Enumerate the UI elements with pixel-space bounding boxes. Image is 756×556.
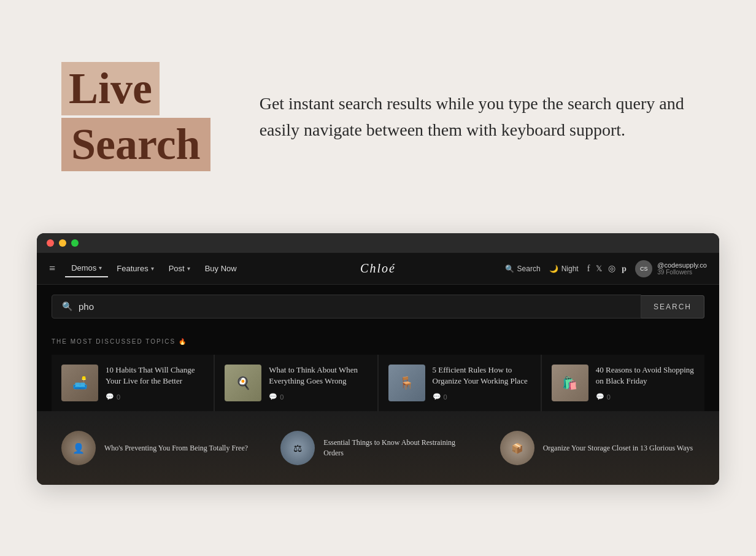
topic-image-efficient: 🪑	[388, 365, 425, 401]
habits-img-icon: 🛋️	[72, 376, 88, 390]
nav-search-button[interactable]: 🔍 Search	[505, 264, 541, 273]
topics-grid: 🛋️ 10 Habits That Will Change Your Live …	[52, 355, 704, 411]
bottom-article-title-3: Organize Your Storage Closet in 13 Glori…	[543, 443, 693, 454]
hero-section: Live Search Get instant search results w…	[0, 0, 756, 233]
instagram-icon[interactable]: ◎	[608, 263, 615, 274]
topic-image-think: 🍳	[225, 365, 261, 401]
topic-content-reasons: 40 Reasons to Avoid Shopping on Black Fr…	[596, 365, 695, 401]
moon-icon: 🌙	[549, 264, 558, 273]
bottom-img-circle-2: ⚖	[280, 431, 315, 465]
nav-links: Demos ▾ Features ▾ Post ▾ Buy Now	[65, 260, 504, 277]
search-icon: 🔍	[62, 301, 72, 312]
bottom-article-2[interactable]: ⚖ Essential Things to Know About Restrai…	[280, 431, 475, 465]
bottom-img-circle-1: 👤	[61, 431, 96, 465]
nav-right: 🔍 Search 🌙 Night f 𝕏 ◎ 𝐩 CS @codesupply.…	[505, 260, 707, 277]
search-icon: 🔍	[505, 264, 514, 273]
bottom-article-title-2: Essential Things to Know About Restraini…	[323, 438, 475, 458]
topics-label: THE MOST DISCUSSED TOPICS 🔥	[52, 338, 187, 345]
browser-dot-red[interactable]	[47, 239, 54, 247]
bottom-article-img-1: 👤	[61, 431, 96, 465]
pinterest-icon[interactable]: 𝐩	[622, 264, 627, 274]
chevron-down-icon: ▾	[151, 265, 154, 272]
search-button[interactable]: SEARCH	[641, 295, 704, 319]
nav-profile: CS @codesupply.co 39 Followers	[635, 260, 707, 277]
hamburger-icon[interactable]: ≡	[49, 262, 55, 275]
topic-comments-think: 0	[280, 393, 284, 401]
topic-comments-reasons: 0	[607, 393, 611, 401]
topic-title-reasons: 40 Reasons to Avoid Shopping on Black Fr…	[596, 365, 695, 387]
chevron-down-icon: ▾	[187, 265, 190, 272]
topic-content-efficient: 5 Efficient Rules How to Organize Your W…	[433, 365, 531, 401]
topic-title-think: What to Think About When Everything Goes…	[269, 365, 367, 387]
comment-icon: 💬	[269, 393, 277, 401]
reasons-img-icon: 🛍️	[562, 376, 577, 390]
topic-meta-think: 💬 0	[269, 393, 367, 401]
topic-card-reasons[interactable]: 🛍️ 40 Reasons to Avoid Shopping on Black…	[542, 355, 704, 411]
bottom-img-circle-3: 📦	[500, 431, 534, 465]
topic-meta-efficient: 💬 0	[433, 393, 531, 401]
hero-title-search: Search	[61, 118, 210, 171]
comment-icon: 💬	[596, 393, 604, 401]
topic-image-reasons: 🛍️	[552, 365, 588, 401]
topic-comments-efficient: 0	[444, 393, 447, 401]
comment-icon: 💬	[106, 393, 114, 401]
nav-logo[interactable]: Chloé	[360, 261, 396, 275]
browser-dot-yellow[interactable]	[59, 239, 66, 247]
hero-title: Live Search	[61, 62, 210, 171]
think-img-icon: 🍳	[236, 376, 251, 390]
topic-title-efficient: 5 Efficient Rules How to Organize Your W…	[433, 365, 531, 387]
hero-title-block: Live Search	[61, 62, 210, 171]
facebook-icon[interactable]: f	[587, 264, 590, 274]
comment-icon: 💬	[433, 393, 441, 401]
avatar: CS	[635, 260, 652, 277]
topic-comments-habits: 0	[117, 393, 120, 401]
bottom-section: 👤 Who's Preventing You From Being Totall…	[37, 411, 719, 485]
topic-title-habits: 10 Habits That Will Change Your Live for…	[106, 365, 204, 387]
search-bar-section: 🔍 SEARCH	[37, 285, 719, 328]
topics-section: THE MOST DISCUSSED TOPICS 🔥 🛋️ 10 Habits…	[37, 328, 719, 411]
bottom-article-img-2: ⚖	[280, 431, 315, 465]
topic-card-habits[interactable]: 🛋️ 10 Habits That Will Change Your Live …	[52, 355, 214, 411]
topic-content-habits: 10 Habits That Will Change Your Live for…	[106, 365, 204, 401]
twitter-icon[interactable]: 𝕏	[596, 264, 602, 274]
topics-header: THE MOST DISCUSSED TOPICS 🔥	[52, 338, 704, 345]
bottom-article-title-1: Who's Preventing You From Being Totally …	[104, 443, 248, 454]
avatar-initials: CS	[640, 266, 648, 272]
search-input[interactable]	[79, 301, 631, 312]
efficient-img-icon: 🪑	[399, 376, 414, 390]
browser-topbar	[37, 233, 719, 253]
topic-image-habits: 🛋️	[61, 365, 98, 401]
topic-meta-habits: 💬 0	[106, 393, 204, 401]
topic-card-think[interactable]: 🍳 What to Think About When Everything Go…	[215, 355, 377, 411]
nav-profile-text: @codesupply.co 39 Followers	[657, 261, 707, 276]
bottom-article-1[interactable]: 👤 Who's Preventing You From Being Totall…	[61, 431, 256, 465]
nav-link-demos[interactable]: Demos ▾	[65, 260, 108, 277]
topic-card-efficient[interactable]: 🪑 5 Efficient Rules How to Organize Your…	[379, 355, 541, 411]
nav-night-button[interactable]: 🌙 Night	[549, 264, 579, 273]
search-input-wrapper: 🔍	[52, 295, 641, 319]
hero-description: Get instant search results while you typ…	[260, 90, 695, 144]
topic-content-think: What to Think About When Everything Goes…	[269, 365, 367, 401]
nav-social-icons: f 𝕏 ◎ 𝐩	[587, 263, 627, 274]
browser-dot-green[interactable]	[71, 239, 79, 247]
hero-title-live: Live	[61, 62, 160, 115]
nav-link-post[interactable]: Post ▾	[163, 260, 196, 277]
nav-link-buynow[interactable]: Buy Now	[199, 260, 243, 277]
nav-logo-container: Chloé	[360, 261, 396, 276]
nav-link-features[interactable]: Features ▾	[110, 260, 160, 277]
topic-meta-reasons: 💬 0	[596, 393, 695, 401]
nav-profile-followers: 39 Followers	[657, 269, 707, 276]
bottom-article-3[interactable]: 📦 Organize Your Storage Closet in 13 Glo…	[500, 431, 695, 465]
nav-profile-name: @codesupply.co	[657, 261, 707, 269]
browser-mockup: ≡ Demos ▾ Features ▾ Post ▾ Buy Now Chlo…	[37, 233, 719, 485]
nav-bar: ≡ Demos ▾ Features ▾ Post ▾ Buy Now Chlo…	[37, 253, 719, 285]
chevron-down-icon: ▾	[99, 264, 102, 271]
bottom-article-img-3: 📦	[500, 431, 534, 465]
